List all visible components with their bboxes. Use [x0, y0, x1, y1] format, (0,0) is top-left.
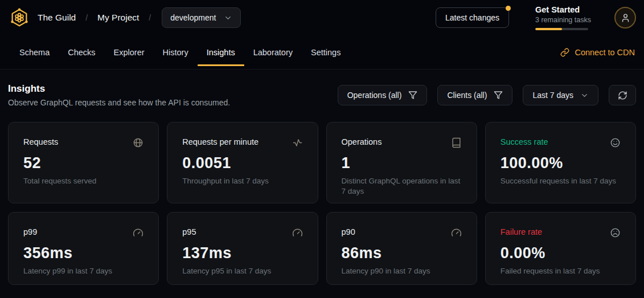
gauge-icon — [292, 227, 303, 238]
gauge-icon — [133, 227, 143, 238]
card-value: 86ms — [342, 244, 462, 262]
connect-to-cdn-label: Connect to CDN — [575, 48, 635, 57]
get-started-progress-fill — [535, 28, 562, 30]
stat-card-p90: p90 86ms Latency p90 in last 7 days — [326, 212, 477, 285]
card-description: Failed requests in last 7 days — [501, 266, 621, 276]
card-value: 0.00% — [501, 244, 621, 262]
operations-filter-button[interactable]: Operations (all) — [338, 85, 428, 105]
gauge-icon — [451, 227, 462, 238]
card-description: Successful requests in last 7 days — [501, 176, 621, 186]
page-title: Insights — [8, 83, 230, 95]
stat-card-p95: p95 137ms Latency p95 in last 7 days — [167, 212, 318, 285]
card-value: 100.00% — [501, 154, 621, 172]
tab-checks[interactable]: Checks — [59, 35, 104, 69]
get-started-progress — [535, 28, 588, 30]
stat-card-requests-per-minute: Requests per minute 0.0051 Throughput in… — [167, 122, 318, 203]
card-value: 356ms — [23, 244, 143, 262]
activity-icon — [292, 137, 303, 148]
card-description: Latency p95 in last 7 days — [182, 266, 302, 276]
tab-explorer[interactable]: Explorer — [105, 35, 154, 69]
card-description: Latency p90 in last 7 days — [342, 266, 462, 276]
hive-logo-icon[interactable] — [9, 7, 30, 28]
breadcrumb-separator: / — [85, 13, 88, 22]
user-avatar[interactable] — [614, 7, 636, 28]
card-value: 1 — [342, 154, 462, 172]
tab-settings[interactable]: Settings — [302, 35, 350, 69]
card-title: p99 — [23, 227, 37, 236]
breadcrumb-separator: / — [149, 13, 151, 22]
breadcrumb: The Guild / My Project / — [38, 13, 151, 23]
frown-icon — [610, 227, 621, 238]
date-range-selector[interactable]: Last 7 days — [523, 85, 598, 105]
tab-schema[interactable]: Schema — [10, 35, 59, 69]
get-started-title: Get Started — [535, 5, 588, 14]
card-title: Operations — [342, 137, 382, 146]
main-content: Insights Observe GraphQL requests and se… — [0, 83, 644, 285]
smile-icon — [610, 137, 621, 148]
stat-card-p99: p99 356ms Latency p99 in last 7 days — [8, 212, 159, 285]
header-right: Latest changes Get Started 3 remaining t… — [436, 5, 636, 30]
latest-changes-button[interactable]: Latest changes — [436, 7, 509, 28]
card-value: 0.0051 — [182, 154, 302, 172]
environment-selector-value: development — [170, 13, 216, 22]
page-subtitle: Observe GraphQL requests and see how the… — [8, 98, 230, 107]
user-icon — [621, 13, 630, 23]
card-title: p95 — [182, 227, 196, 236]
chevron-down-icon — [580, 91, 589, 100]
stats-grid: Requests 52 Total requests served Reques… — [8, 122, 636, 285]
refresh-icon — [618, 91, 627, 100]
link-icon — [560, 48, 569, 57]
tab-laboratory[interactable]: Laboratory — [244, 35, 302, 69]
card-description: Throughput in last 7 days — [182, 176, 302, 186]
notification-dot — [506, 6, 511, 11]
nav-tabbar: Schema Checks Explorer History Insights … — [0, 35, 644, 70]
connect-to-cdn-link[interactable]: Connect to CDN — [560, 48, 635, 57]
card-description: Total requests served — [23, 176, 143, 186]
book-icon — [451, 137, 462, 148]
breadcrumb-project[interactable]: My Project — [97, 13, 139, 23]
card-title: Success rate — [501, 137, 548, 146]
card-title: Requests — [23, 137, 58, 146]
tab-history[interactable]: History — [154, 35, 198, 69]
stat-card-operations: Operations 1 Distinct GraphQL operations… — [326, 122, 477, 203]
get-started-widget[interactable]: Get Started 3 remaining tasks — [535, 5, 588, 30]
latest-changes-label: Latest changes — [445, 13, 499, 22]
card-title: Failure rate — [501, 227, 542, 236]
filter-icon — [408, 91, 417, 100]
page-header: Insights Observe GraphQL requests and se… — [8, 83, 636, 107]
card-description: Distinct GraphQL operations in last 7 da… — [342, 176, 462, 197]
tab-insights[interactable]: Insights — [198, 35, 244, 69]
chevron-down-icon — [224, 14, 232, 22]
filter-icon — [494, 91, 503, 100]
stat-card-failure-rate: Failure rate 0.00% Failed requests in la… — [485, 212, 636, 285]
card-title: Requests per minute — [182, 137, 259, 146]
card-value: 137ms — [182, 244, 302, 262]
breadcrumb-org[interactable]: The Guild — [38, 13, 76, 23]
card-value: 52 — [23, 154, 143, 172]
environment-selector[interactable]: development — [162, 7, 241, 28]
app-header: The Guild / My Project / development Lat… — [0, 0, 644, 70]
globe-icon — [133, 137, 143, 148]
filter-row: Operations (all) Clients (all) Last 7 da… — [338, 85, 636, 105]
stat-card-success-rate: Success rate 100.00% Successful requests… — [485, 122, 636, 203]
clients-filter-button[interactable]: Clients (all) — [437, 85, 512, 105]
get-started-subtitle: 3 remaining tasks — [535, 16, 588, 24]
refresh-button[interactable] — [609, 85, 636, 105]
card-title: p90 — [342, 227, 355, 236]
card-description: Latency p99 in last 7 days — [23, 266, 143, 276]
topbar: The Guild / My Project / development Lat… — [0, 0, 644, 35]
stat-card-requests: Requests 52 Total requests served — [8, 122, 159, 203]
